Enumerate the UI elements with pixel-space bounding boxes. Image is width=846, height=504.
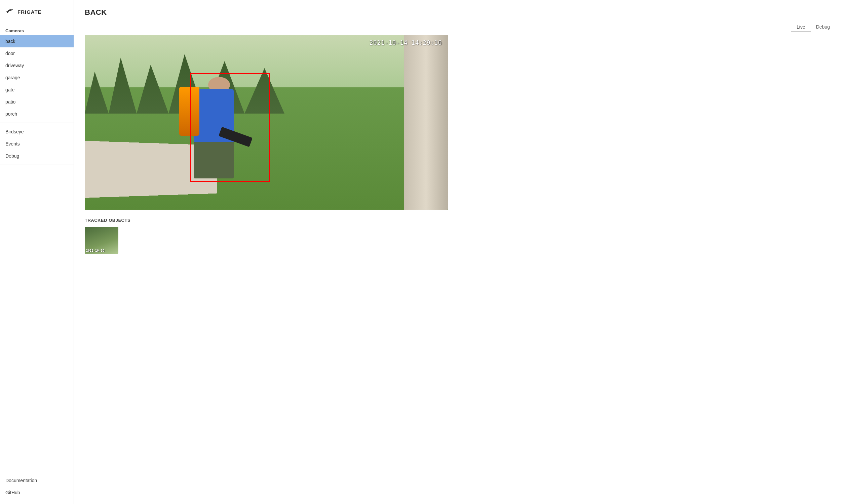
- main-content: BACK LiveDebug: [74, 0, 846, 504]
- sidebar-nav-list: BirdseyeEventsDebug: [0, 126, 74, 162]
- tab-debug[interactable]: Debug: [811, 22, 835, 32]
- tab-bar: LiveDebug: [85, 22, 835, 32]
- tab-live[interactable]: Live: [791, 22, 811, 32]
- app-name: FRIGATE: [17, 9, 42, 15]
- app-logo: FRIGATE: [0, 0, 74, 23]
- camera-image: 2021-10-14 14:29:16: [85, 35, 448, 210]
- sidebar-item-back[interactable]: back: [0, 35, 74, 47]
- sidebar-item-porch[interactable]: porch: [0, 108, 74, 120]
- sidebar-item-garage[interactable]: garage: [0, 72, 74, 84]
- page-title: BACK: [85, 8, 835, 17]
- sidebar-item-birdseye[interactable]: Birdseye: [0, 126, 74, 138]
- sidebar-item-events[interactable]: Events: [0, 138, 74, 150]
- cameras-section-label: Cameras: [0, 23, 74, 35]
- sidebar-link-github[interactable]: GitHub: [0, 487, 74, 499]
- person-legs: [194, 142, 234, 178]
- blower-backpack: [179, 87, 199, 136]
- sidebar: FRIGATE Cameras backdoordrivewaygaragega…: [0, 0, 74, 504]
- sidebar-cameras-list: backdoordrivewaygaragegatepatioporch: [0, 35, 74, 120]
- sidebar-bottom-links: DocumentationGitHub: [0, 474, 74, 504]
- person-figure: [179, 77, 252, 199]
- sidebar-item-debug[interactable]: Debug: [0, 150, 74, 162]
- sidebar-item-gate[interactable]: gate: [0, 84, 74, 96]
- camera-feed-container: 2021-10-14 14:29:16: [85, 35, 448, 210]
- tracked-objects-grid: 2021-10-16: [85, 227, 835, 254]
- tracked-object-thumb-0[interactable]: 2021-10-16: [85, 227, 118, 254]
- sidebar-item-patio[interactable]: patio: [0, 96, 74, 108]
- timestamp-overlay: 2021-10-14 14:29:16: [370, 39, 442, 46]
- sidebar-item-door[interactable]: door: [0, 47, 74, 59]
- tracked-thumb-timestamp: 2021-10-16: [86, 249, 104, 252]
- tracked-objects-section: TRACKED OBJECTS 2021-10-16: [85, 218, 835, 254]
- sidebar-divider-2: [0, 165, 74, 165]
- sidebar-link-documentation[interactable]: Documentation: [0, 474, 74, 487]
- logo-icon: [5, 6, 15, 17]
- scene-pillar: [404, 35, 448, 210]
- sidebar-item-driveway[interactable]: driveway: [0, 59, 74, 72]
- sidebar-divider-1: [0, 123, 74, 123]
- tracked-objects-title: TRACKED OBJECTS: [85, 218, 835, 223]
